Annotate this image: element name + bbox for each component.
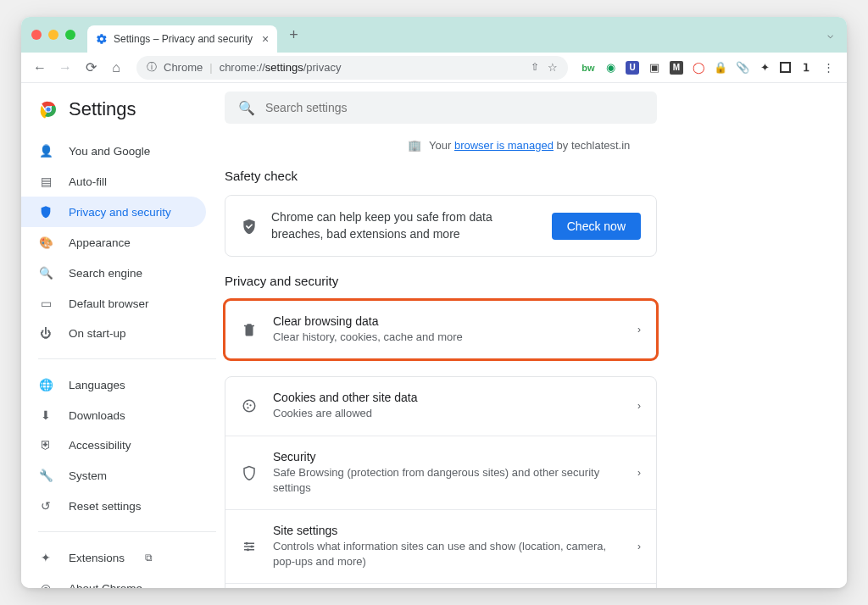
chevron-down-icon[interactable]: ⌵ xyxy=(827,29,833,41)
row-title: Cookies and other site data xyxy=(273,391,622,404)
cookie-icon xyxy=(241,398,258,414)
puzzle-icon: ✦ xyxy=(38,551,53,564)
palette-icon: 🎨 xyxy=(38,236,53,249)
row-subtitle: Controls what information sites can use … xyxy=(273,539,622,569)
shield-icon xyxy=(38,205,53,219)
back-button[interactable]: ← xyxy=(30,58,50,78)
forward-button[interactable]: → xyxy=(55,58,75,78)
search-icon: 🔍 xyxy=(238,100,255,116)
accessibility-icon: ⛨ xyxy=(38,439,53,452)
autofill-icon: ▤ xyxy=(38,175,53,188)
row-title: Site settings xyxy=(273,524,622,537)
reload-button[interactable]: ⟳ xyxy=(81,58,101,78)
main-content: 🔍 🏢 Your browser is managed by techlates… xyxy=(216,83,847,588)
managed-notice: 🏢 Your browser is managed by techlatest.… xyxy=(225,139,813,152)
managed-link[interactable]: browser is managed xyxy=(454,139,554,152)
extension-icon[interactable] xyxy=(780,62,791,73)
svg-point-3 xyxy=(243,401,255,413)
sidebar-item-autofill[interactable]: ▤Auto-fill xyxy=(21,166,206,197)
reset-icon: ↺ xyxy=(38,499,53,513)
svg-point-6 xyxy=(247,408,248,409)
safety-text: Chrome can help keep you safe from data … xyxy=(271,209,538,242)
section-title-privacy: Privacy and security xyxy=(225,274,813,288)
new-tab-button[interactable]: + xyxy=(289,26,298,44)
menu-button[interactable]: ⋮ xyxy=(821,61,835,75)
gear-icon xyxy=(96,33,108,45)
wrench-icon: 🔧 xyxy=(38,469,53,482)
shield-icon xyxy=(241,465,258,480)
extension-icon[interactable]: 🔒 xyxy=(714,61,727,75)
address-bar[interactable]: ⓘ Chrome | chrome://settings/privacy ⇧ ☆ xyxy=(136,56,568,80)
sidebar-item-search-engine[interactable]: 🔍Search engine xyxy=(21,258,206,288)
extension-icon[interactable]: bw xyxy=(581,61,595,75)
row-cookies[interactable]: Cookies and other site data Cookies are … xyxy=(225,377,656,435)
building-icon: 🏢 xyxy=(408,139,421,152)
extension-icon[interactable]: U xyxy=(626,61,639,75)
maximize-window-button[interactable] xyxy=(65,30,75,40)
traffic-lights xyxy=(31,30,75,40)
extensions-button[interactable]: ✦ xyxy=(758,61,771,75)
close-tab-icon[interactable]: × xyxy=(262,32,269,46)
search-input[interactable] xyxy=(265,101,643,114)
sidebar-item-reset[interactable]: ↺Reset settings xyxy=(21,491,206,521)
extension-icon[interactable]: 𝟣 xyxy=(799,61,813,75)
sidebar-item-system[interactable]: 🔧System xyxy=(21,460,206,491)
share-icon[interactable]: ⇧ xyxy=(531,61,539,74)
extension-icon[interactable]: ◉ xyxy=(604,61,617,75)
sidebar-item-extensions[interactable]: ✦Extensions⧉ xyxy=(21,542,206,573)
chrome-logo-icon xyxy=(38,99,58,119)
shield-check-icon xyxy=(241,218,258,235)
extension-icon[interactable]: M xyxy=(670,61,683,75)
sidebar: Settings 👤You and Google ▤Auto-fill Priv… xyxy=(21,83,216,588)
sidebar-item-you-and-google[interactable]: 👤You and Google xyxy=(21,136,206,166)
home-button[interactable]: ⌂ xyxy=(106,58,126,78)
sidebar-item-accessibility[interactable]: ⛨Accessibility xyxy=(21,430,206,460)
page-title: Settings xyxy=(69,98,136,120)
external-link-icon: ⧉ xyxy=(145,552,153,563)
sliders-icon xyxy=(241,539,258,554)
url-scheme: Chrome xyxy=(164,61,203,74)
extension-icon[interactable]: ◯ xyxy=(692,61,705,75)
svg-point-5 xyxy=(249,405,251,407)
safety-check-card: Chrome can help keep you safe from data … xyxy=(225,195,657,257)
sidebar-item-appearance[interactable]: 🎨Appearance xyxy=(21,227,206,258)
secure-icon: ⓘ xyxy=(147,60,157,75)
sidebar-item-on-startup[interactable]: ⏻On start-up xyxy=(21,319,206,348)
sidebar-item-downloads[interactable]: ⬇Downloads xyxy=(21,400,206,430)
clear-browsing-data-card: Clear browsing data Clear history, cooki… xyxy=(225,300,657,359)
row-privacy-sandbox[interactable]: Privacy Sandbox Trial features are off ⧉ xyxy=(225,583,656,588)
extension-icon[interactable]: ▣ xyxy=(648,61,661,75)
divider xyxy=(38,531,216,532)
divider xyxy=(38,358,216,359)
sidebar-item-about[interactable]: ◎About Chrome xyxy=(21,573,206,588)
url-path: chrome://settings/privacy xyxy=(220,61,342,74)
row-site-settings[interactable]: Site settings Controls what information … xyxy=(225,509,656,583)
browser-window: Settings – Privacy and security × + ⌵ ← … xyxy=(21,17,847,588)
trash-icon xyxy=(241,322,258,337)
toolbar: ← → ⟳ ⌂ ⓘ Chrome | chrome://settings/pri… xyxy=(21,53,847,83)
power-icon: ⏻ xyxy=(38,327,53,340)
sidebar-item-languages[interactable]: 🌐Languages xyxy=(21,369,206,400)
globe-icon: 🌐 xyxy=(38,378,53,391)
row-clear-browsing-data[interactable]: Clear browsing data Clear history, cooki… xyxy=(225,301,656,358)
sidebar-item-default-browser[interactable]: ▭Default browser xyxy=(21,288,206,319)
check-now-button[interactable]: Check now xyxy=(552,213,641,240)
chevron-right-icon: › xyxy=(637,467,641,479)
row-security[interactable]: Security Safe Browsing (protection from … xyxy=(225,436,656,509)
search-settings[interactable]: 🔍 xyxy=(225,92,657,124)
minimize-window-button[interactable] xyxy=(48,30,58,40)
close-window-button[interactable] xyxy=(31,30,42,40)
header: Settings xyxy=(21,92,216,132)
sidebar-item-privacy-security[interactable]: Privacy and security xyxy=(21,197,206,227)
search-icon: 🔍 xyxy=(38,266,53,280)
browser-tab[interactable]: Settings – Privacy and security × xyxy=(87,25,277,53)
content-area: Settings 👤You and Google ▤Auto-fill Priv… xyxy=(21,83,847,588)
row-subtitle: Clear history, cookies, cache and more xyxy=(273,330,622,345)
bookmark-icon[interactable]: ☆ xyxy=(548,61,558,74)
svg-point-9 xyxy=(247,548,249,551)
chevron-right-icon: › xyxy=(637,324,641,336)
extension-icon[interactable]: 📎 xyxy=(736,61,749,75)
row-title: Clear browsing data xyxy=(273,314,622,328)
row-subtitle: Cookies are allowed xyxy=(273,406,622,421)
chrome-icon: ◎ xyxy=(38,581,53,588)
